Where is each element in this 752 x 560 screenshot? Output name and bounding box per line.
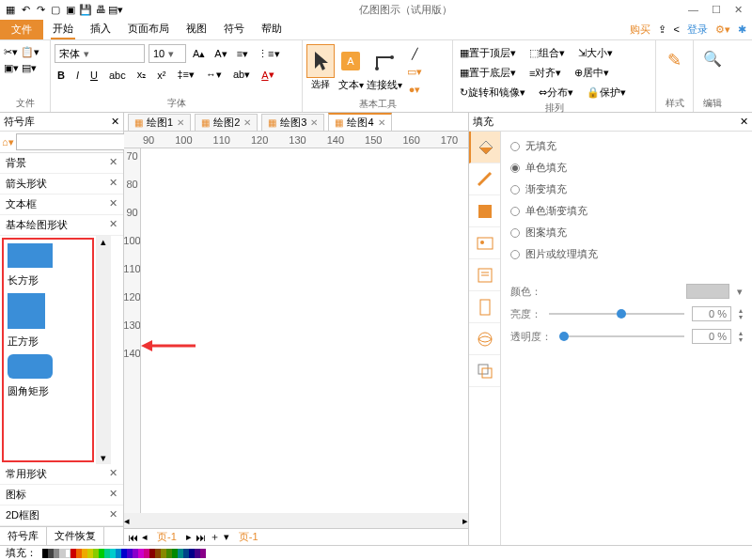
close-icon[interactable]: ✕ (109, 156, 118, 170)
line-tool-icon[interactable]: ╱ (404, 46, 425, 62)
rtab-shadow-icon[interactable] (469, 195, 500, 227)
text-tool[interactable]: A (337, 44, 365, 78)
save-icon[interactable]: 💾 (79, 3, 92, 16)
spacing-icon[interactable]: ↔▾ (203, 67, 225, 83)
linespace-icon[interactable]: ‡≡▾ (174, 67, 197, 83)
size-btn[interactable]: ⇲ 大小▾ (575, 44, 616, 62)
close-icon[interactable]: ✕ (109, 177, 118, 191)
minimize-icon[interactable]: — (688, 4, 698, 16)
tab-help[interactable]: 帮助 (259, 20, 284, 39)
color-picker[interactable] (686, 284, 729, 299)
font-name-combo[interactable]: 宋体▾ (55, 44, 145, 63)
close-icon[interactable]: ✕ (734, 4, 743, 16)
subscript-icon[interactable]: x₂ (134, 67, 149, 83)
category-common[interactable]: 常用形状✕ (0, 464, 123, 485)
close-panel-icon[interactable]: ✕ (111, 116, 119, 128)
color-swatches[interactable] (42, 549, 206, 558)
tab-start[interactable]: 开始 (51, 20, 75, 39)
rtab-line-icon[interactable] (469, 163, 500, 195)
close-icon[interactable]: ✕ (109, 508, 118, 522)
radio-picture-fill[interactable]: 图片或纹理填充 (510, 247, 743, 261)
close-panel-icon[interactable]: ✕ (740, 116, 748, 128)
tab-symbol-library[interactable]: 符号库 (0, 527, 47, 545)
tab-file-recovery[interactable]: 文件恢复 (47, 527, 104, 545)
home-icon[interactable]: ⌂▾ (2, 136, 14, 148)
page-tab-1[interactable]: 页-1 (151, 530, 182, 544)
category-background[interactable]: 背景✕ (0, 153, 123, 174)
horizontal-scrollbar[interactable]: ◂▸ (124, 513, 468, 528)
category-2dblocks[interactable]: 2D框图✕ (0, 506, 123, 526)
copy-icon[interactable]: ▣▾ ▤▾ (4, 62, 37, 74)
align-btn[interactable]: ≡ 对齐▾ (526, 64, 564, 82)
page-next-icon[interactable]: ▸ (186, 531, 192, 543)
brightness-slider[interactable] (549, 313, 684, 315)
undo-icon[interactable]: ↶ (19, 3, 32, 16)
stepper-icon[interactable]: ▴▾ (739, 330, 743, 343)
superscript-icon[interactable]: x² (154, 68, 168, 83)
shape-square[interactable] (8, 293, 45, 329)
open-icon[interactable]: ▣ (64, 3, 77, 16)
style-icon[interactable]: ✎ (665, 48, 684, 72)
rtab-globe-icon[interactable] (469, 323, 500, 355)
rect-tool-icon[interactable]: ▭▾ (404, 64, 425, 80)
stepper-icon[interactable]: ▴▾ (739, 307, 743, 320)
chevron-down-icon[interactable]: ▾ (737, 286, 743, 298)
page-last-icon[interactable]: ⏭ (196, 532, 206, 543)
share2-icon[interactable]: < (674, 23, 680, 35)
close-icon[interactable]: ✕ (109, 197, 118, 211)
radio-solid-fill[interactable]: 单色填充 (510, 161, 743, 175)
select-tool[interactable] (306, 44, 335, 78)
highlight-icon[interactable]: ab▾ (230, 67, 253, 83)
tab-symbol[interactable]: 符号 (222, 20, 246, 39)
rtab-layers-icon[interactable] (469, 355, 500, 387)
doc-tab-3[interactable]: ▦绘图3✕ (261, 114, 324, 131)
shape-rectangle[interactable] (8, 243, 53, 268)
close-icon[interactable]: ✕ (109, 218, 118, 232)
opacity-value[interactable]: 0 % (692, 329, 731, 344)
buy-link[interactable]: 购买 (630, 23, 650, 37)
export-icon[interactable]: ▤▾ (109, 3, 122, 16)
page-menu-icon[interactable]: ▾ (224, 531, 229, 543)
group-btn[interactable]: ⬚ 组合▾ (526, 44, 568, 62)
print-icon[interactable]: 🖶 (94, 3, 107, 16)
underline-icon[interactable]: U (87, 68, 101, 83)
login-link[interactable]: 登录 (687, 23, 708, 37)
bold-icon[interactable]: B (55, 68, 68, 83)
shape-roundrect[interactable] (8, 354, 53, 379)
increase-font-icon[interactable]: A▴ (190, 46, 208, 62)
rtab-fill-icon[interactable] (469, 132, 500, 163)
brightness-value[interactable]: 0 % (692, 306, 731, 321)
connector-tool[interactable] (368, 44, 400, 78)
align-icon[interactable]: ≡▾ (234, 46, 251, 62)
ellipse-tool-icon[interactable]: ●▾ (404, 82, 425, 98)
rtab-text-icon[interactable] (469, 259, 500, 291)
canvas[interactable] (141, 148, 468, 513)
bring-bottom[interactable]: ▦ 置于底层▾ (457, 64, 519, 82)
new-icon[interactable]: ▢ (49, 3, 62, 16)
radio-gradient-fill[interactable]: 渐变填充 (510, 182, 743, 196)
category-basicshapes[interactable]: 基本绘图形状✕ (0, 215, 123, 236)
strike-icon[interactable]: abc (106, 68, 129, 83)
paste-icon[interactable]: ✂▾ 📋▾ (4, 46, 39, 58)
radio-solid-gradient[interactable]: 单色渐变填充 (510, 204, 743, 218)
share-icon[interactable]: ⇪ (658, 23, 666, 36)
shape-scrollbar[interactable]: ▴▾ (96, 236, 111, 464)
radio-no-fill[interactable]: 无填充 (510, 139, 743, 153)
category-textbox[interactable]: 文本框✕ (0, 194, 123, 215)
category-arrows[interactable]: 箭头形状✕ (0, 174, 123, 194)
rtab-image-icon[interactable] (469, 227, 500, 259)
settings-icon[interactable]: ⚙▾ (715, 23, 730, 36)
doc-tab-1[interactable]: ▦绘图1✕ (128, 114, 191, 131)
doc-tab-2[interactable]: ▦绘图2✕ (195, 114, 258, 131)
italic-icon[interactable]: I (73, 68, 82, 83)
close-icon[interactable]: ✕ (109, 488, 118, 502)
page-prev-icon[interactable]: ◂ (142, 531, 148, 543)
file-menu[interactable]: 文件 (0, 20, 43, 39)
find-icon[interactable]: 🔍 (700, 48, 725, 70)
tab-view[interactable]: 视图 (184, 20, 209, 39)
distribute-btn[interactable]: ⇔ 分布▾ (536, 84, 576, 101)
radio-pattern-fill[interactable]: 图案填充 (510, 226, 743, 240)
bullets-icon[interactable]: ⋮≡▾ (255, 46, 282, 62)
page-tab-2[interactable]: 页-1 (233, 530, 264, 544)
protect-btn[interactable]: 🔒 保护▾ (584, 84, 629, 101)
